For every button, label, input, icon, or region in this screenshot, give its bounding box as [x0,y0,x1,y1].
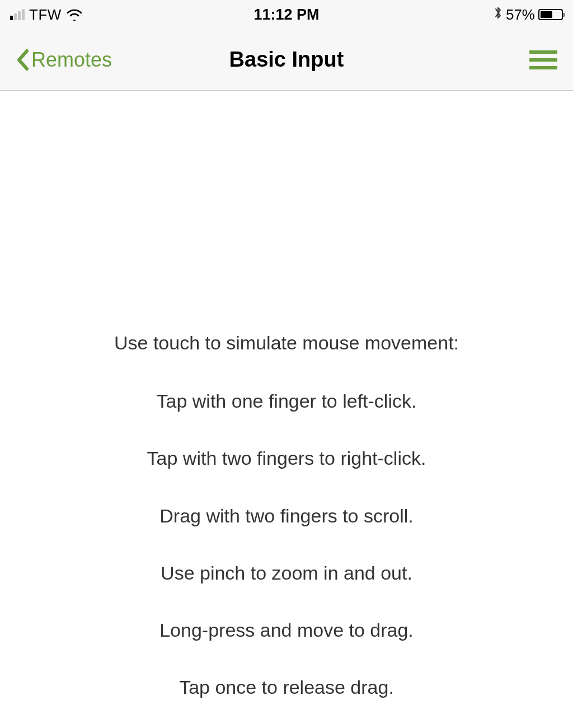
status-bar: TFW 11:12 PM 57% [0,0,573,29]
menu-button[interactable] [529,48,557,72]
instruction-line: Long-press and move to drag. [159,618,414,642]
instruction-line: Tap once to release drag. [179,675,394,699]
back-label: Remotes [31,48,112,72]
instruction-line: Use pinch to zoom in and out. [161,561,412,585]
instruction-line: Drag with two fingers to scroll. [159,503,414,528]
navigation-bar: Remotes Basic Input [0,29,573,91]
back-button[interactable]: Remotes [16,48,112,72]
chevron-left-icon [16,49,29,71]
battery-icon [538,9,563,20]
status-left: TFW [10,6,83,24]
carrier-label: TFW [29,6,62,24]
instruction-heading: Use touch to simulate mouse movement: [114,330,459,355]
page-title: Basic Input [229,48,344,72]
instruction-line: Tap with one finger to left-click. [157,389,417,413]
signal-strength-icon [10,9,25,20]
hamburger-icon [529,50,557,54]
instruction-line: Tap with two fingers to right-click. [147,446,426,470]
bluetooth-icon [494,6,502,24]
touchpad-area[interactable]: Use touch to simulate mouse movement: Ta… [0,91,573,728]
wifi-icon [66,8,83,21]
status-time: 11:12 PM [253,6,319,24]
status-right: 57% [494,6,563,24]
battery-percentage: 57% [506,6,535,24]
